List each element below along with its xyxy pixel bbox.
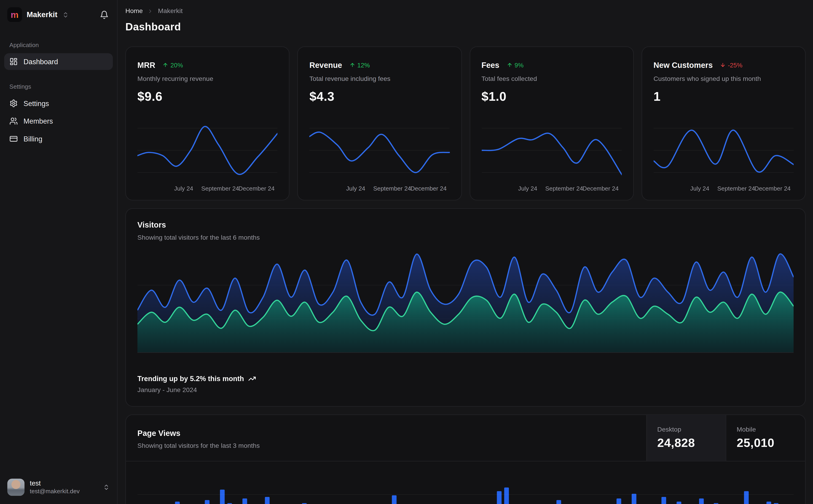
tab-desktop-label: Desktop bbox=[657, 426, 715, 433]
tab-mobile[interactable]: Mobile 25,010 bbox=[726, 415, 805, 461]
bar bbox=[662, 497, 666, 504]
workspace-selector[interactable]: m Makerkit bbox=[4, 6, 113, 23]
stat-card-mrr: MRR 20% Monthly recurring revenue $9.6 bbox=[125, 46, 290, 200]
breadcrumb: Home Makerkit bbox=[125, 7, 806, 15]
stat-description: Monthly recurring revenue bbox=[137, 75, 278, 82]
x-axis-labels: July 24 September 24 December 24 bbox=[654, 185, 794, 194]
credit-card-icon bbox=[9, 135, 18, 143]
bar bbox=[632, 494, 636, 504]
bar bbox=[302, 503, 307, 504]
logo-letter: m bbox=[11, 10, 19, 19]
chevron-right-icon bbox=[147, 8, 153, 14]
gridline bbox=[137, 494, 794, 495]
visitors-card: Visitors Showing total visitors for the … bbox=[125, 208, 806, 407]
bar bbox=[497, 491, 501, 504]
x-axis-labels: July 24 September 24 December 24 bbox=[309, 185, 450, 194]
trend-badge: -25% bbox=[720, 61, 742, 69]
stat-title: MRR bbox=[137, 61, 155, 69]
bar bbox=[205, 500, 210, 504]
chevrons-up-down-icon bbox=[62, 11, 69, 18]
dashboard-icon bbox=[9, 57, 18, 66]
sidebar-section-settings: Settings bbox=[4, 84, 113, 90]
stat-title: New Customers bbox=[654, 61, 713, 69]
sidebar-section-application: Application bbox=[4, 42, 113, 48]
stat-cards-row: MRR 20% Monthly recurring revenue $9.6 bbox=[125, 46, 806, 200]
sparkline-chart: July 24 September 24 December 24 bbox=[309, 119, 450, 194]
bar bbox=[392, 495, 397, 504]
bell-icon bbox=[100, 10, 109, 19]
page-views-header: Page Views Showing total visitors for th… bbox=[126, 415, 805, 461]
user-meta: test test@makerkit.dev bbox=[30, 480, 80, 495]
stat-value: $1.0 bbox=[481, 89, 622, 104]
sidebar-item-label: Settings bbox=[24, 99, 49, 107]
user-menu[interactable]: test test@makerkit.dev bbox=[4, 477, 113, 498]
bar bbox=[774, 503, 778, 504]
sparkline-chart: July 24 September 24 December 24 bbox=[481, 119, 622, 194]
visitors-title: Visitors bbox=[137, 220, 794, 229]
visitors-trend-note: Trending up by 5.2% this month bbox=[137, 375, 794, 382]
bar bbox=[504, 488, 509, 504]
tab-desktop-value: 24,828 bbox=[657, 436, 715, 450]
bar bbox=[265, 497, 270, 504]
stat-card-revenue: Revenue 12% Total revenue including fees… bbox=[298, 46, 462, 200]
arrow-up-icon bbox=[506, 62, 512, 68]
sidebar-item-dashboard[interactable]: Dashboard bbox=[4, 53, 113, 70]
breadcrumb-home-link[interactable]: Home bbox=[125, 7, 143, 15]
trend-badge: 12% bbox=[349, 61, 370, 69]
x-axis-labels: July 24 September 24 December 24 bbox=[137, 185, 278, 194]
sidebar-item-billing[interactable]: Billing bbox=[4, 130, 113, 147]
stat-value: 1 bbox=[654, 89, 794, 104]
stat-title: Fees bbox=[481, 61, 499, 69]
arrow-up-icon bbox=[162, 62, 168, 68]
bar bbox=[557, 500, 561, 504]
stat-description: Total fees collected bbox=[481, 75, 622, 82]
sidebar: m Makerkit Application Dashboard Setting… bbox=[0, 0, 117, 504]
sidebar-item-label: Members bbox=[24, 117, 53, 125]
bar bbox=[744, 491, 749, 504]
page-views-card: Page Views Showing total visitors for th… bbox=[125, 414, 806, 504]
trending-up-icon bbox=[248, 375, 256, 382]
users-icon bbox=[9, 117, 18, 125]
arrow-down-icon bbox=[720, 62, 726, 68]
trend-badge: 20% bbox=[162, 61, 183, 69]
gear-icon bbox=[9, 99, 18, 108]
trend-badge: 9% bbox=[506, 61, 523, 69]
bar bbox=[242, 499, 247, 504]
breadcrumb-current[interactable]: Makerkit bbox=[158, 7, 183, 15]
stat-description: Total revenue including fees bbox=[309, 75, 450, 82]
page-title: Dashboard bbox=[125, 21, 806, 33]
notifications-button[interactable] bbox=[99, 9, 110, 20]
sparkline-chart: July 24 September 24 December 24 bbox=[137, 119, 278, 194]
x-axis-labels: July 24 September 24 December 24 bbox=[481, 185, 622, 194]
page-views-bar-chart bbox=[137, 462, 794, 504]
stat-card-fees: Fees 9% Total fees collected $1.0 bbox=[469, 46, 634, 200]
sparkline-chart: July 24 September 24 December 24 bbox=[654, 119, 794, 194]
user-name: test bbox=[30, 480, 80, 487]
workspace-name: Makerkit bbox=[27, 11, 57, 19]
visitors-area-chart bbox=[137, 252, 794, 353]
visitors-subtitle: Showing total visitors for the last 6 mo… bbox=[137, 234, 794, 241]
bar bbox=[220, 490, 225, 504]
stat-value: $9.6 bbox=[137, 89, 278, 104]
tab-mobile-value: 25,010 bbox=[737, 436, 795, 450]
stat-card-new-customers: New Customers -25% Customers who signed … bbox=[642, 46, 806, 200]
arrow-up-icon bbox=[349, 62, 355, 68]
app-window: m Makerkit Application Dashboard Setting… bbox=[0, 0, 813, 504]
bar bbox=[175, 502, 180, 504]
avatar bbox=[7, 479, 24, 496]
stat-title: Revenue bbox=[309, 61, 342, 69]
sidebar-item-label: Billing bbox=[24, 135, 42, 143]
page-views-subtitle: Showing total visitors for the last 3 mo… bbox=[137, 442, 635, 449]
user-email: test@makerkit.dev bbox=[30, 488, 80, 495]
sidebar-item-settings[interactable]: Settings bbox=[4, 95, 113, 112]
sidebar-item-members[interactable]: Members bbox=[4, 113, 113, 129]
bar bbox=[617, 499, 622, 504]
makerkit-logo: m bbox=[7, 7, 22, 22]
tab-mobile-label: Mobile bbox=[737, 426, 795, 433]
stat-description: Customers who signed up this month bbox=[654, 75, 794, 82]
chevrons-up-down-icon bbox=[103, 484, 110, 491]
bar bbox=[766, 502, 771, 504]
tab-desktop[interactable]: Desktop 24,828 bbox=[646, 415, 726, 461]
bar bbox=[677, 502, 681, 504]
visitors-date-range: January - June 2024 bbox=[137, 386, 794, 394]
